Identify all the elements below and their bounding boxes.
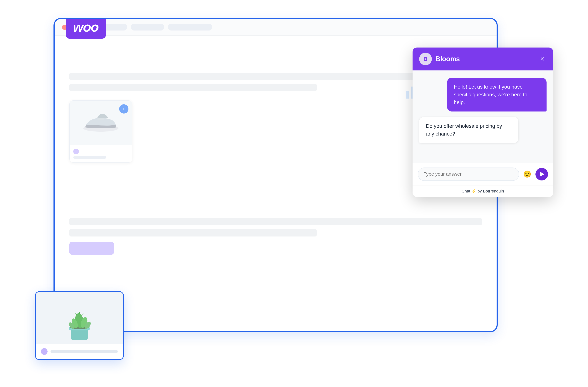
send-button[interactable] [535, 168, 548, 180]
chat-footer-suffix: by BotPenguin [478, 189, 504, 194]
message-bot-1: Hello! Let us know if you have specific … [419, 78, 546, 112]
chat-widget: B Blooms × Hello! Let us know if you hav… [413, 48, 553, 197]
message-user-1: Do you offer wholesale pricing by any ch… [419, 117, 546, 143]
chat-footer: Chat ⚡ by BotPenguin [413, 185, 553, 197]
svg-line-11 [75, 313, 77, 314]
popup-name-line [51, 350, 118, 353]
message-bubble-user-1: Do you offer wholesale pricing by any ch… [419, 117, 519, 143]
chat-input[interactable] [418, 168, 519, 181]
popup-image [36, 292, 123, 344]
message-bubble-bot-1: Hello! Let us know if you have specific … [447, 78, 546, 112]
chat-input-area: 🙂 [413, 163, 553, 185]
chat-avatar: B [419, 53, 432, 65]
chat-avatar-letter: B [423, 56, 428, 62]
chat-footer-text: Chat ⚡ by BotPenguin [462, 189, 504, 194]
product-popup [35, 291, 124, 360]
woo-badge: woo [66, 18, 106, 39]
emoji-button[interactable]: 🙂 [522, 169, 532, 179]
send-icon [540, 172, 545, 177]
plant-svg [59, 294, 100, 342]
chat-footer-bolt: ⚡ [471, 189, 476, 194]
chat-title: Blooms [436, 55, 535, 63]
scene: woo [35, 18, 553, 369]
chat-messages: Hello! Let us know if you have specific … [413, 70, 553, 163]
popup-info [36, 344, 123, 359]
svg-line-12 [82, 313, 84, 314]
chat-header: B Blooms × [413, 48, 553, 70]
woo-text: woo [73, 19, 99, 35]
chat-close-button[interactable]: × [538, 55, 546, 63]
popup-avatar-dot [41, 348, 48, 355]
chat-footer-link[interactable]: Chat [462, 189, 470, 194]
woo-logo: woo [66, 18, 106, 39]
